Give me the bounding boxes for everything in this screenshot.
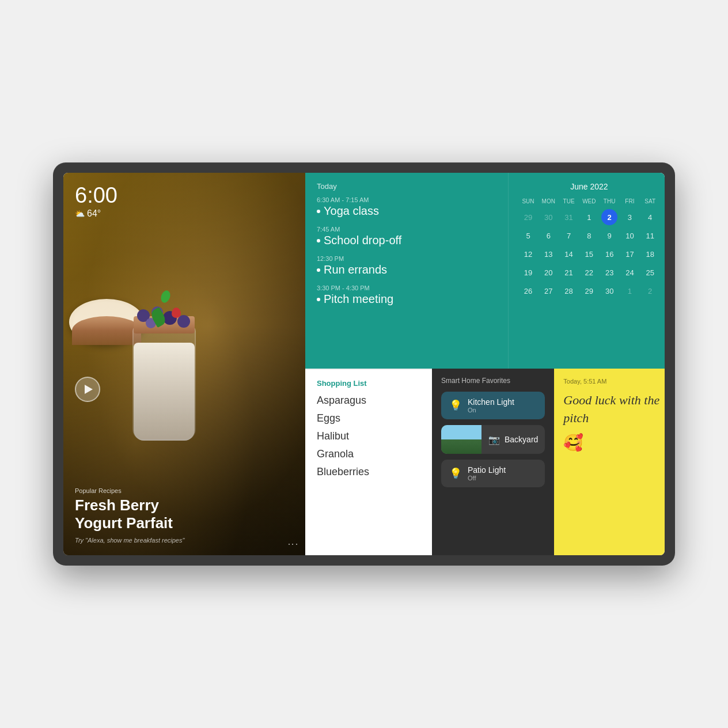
recipe-label: Popular Recipes [75, 487, 294, 494]
cal-day[interactable]: 5 [520, 227, 536, 244]
shopping-item-2[interactable]: Eggs [317, 412, 420, 424]
event-1-name: Yoga class [317, 204, 496, 218]
cal-row-2: 5 6 7 8 9 10 11 [518, 227, 660, 244]
kitchen-light-card[interactable]: 💡 Kitchen Light On [441, 392, 545, 419]
calendar-header: SUN MON TUE WED THU FRI SAT [518, 197, 660, 206]
top-row: Today 6:30 AM - 7:15 AM Yoga class 7:45 … [305, 173, 665, 369]
bottom-row: Shopping List Asparagus Eggs Halibut Gra… [305, 369, 665, 555]
cal-day[interactable]: 28 [561, 283, 577, 299]
shopping-item-4[interactable]: Granola [317, 448, 420, 460]
screen: 6:00 ⛅ 64° Popular Recipes Fresh BerryYo… [63, 173, 665, 555]
hero-panel: 6:00 ⛅ 64° Popular Recipes Fresh BerryYo… [63, 173, 305, 555]
cal-day[interactable]: 25 [642, 264, 658, 280]
calendar-grid: SUN MON TUE WED THU FRI SAT 29 30 31 [518, 197, 660, 299]
play-icon [85, 385, 93, 394]
event-2[interactable]: 7:45 AM School drop-off [317, 226, 496, 247]
cal-day[interactable]: 31 [561, 209, 577, 225]
kitchen-light-status: On [468, 407, 537, 414]
event-2-name: School drop-off [317, 234, 496, 247]
shopping-item-5[interactable]: Blueberries [317, 466, 420, 478]
light-icon: 💡 [449, 467, 462, 480]
event-4[interactable]: 3:30 PM - 4:30 PM Pitch meeting [317, 285, 496, 306]
schedule-panel: Today 6:30 AM - 7:15 AM Yoga class 7:45 … [305, 173, 508, 369]
cal-day[interactable]: 3 [621, 209, 638, 225]
cal-day[interactable]: 21 [561, 264, 577, 280]
kitchen-light-name: Kitchen Light [468, 397, 537, 407]
note-panel: Today, 5:51 AM Good luck with the pitch … [554, 369, 665, 555]
note-emoji: 🥰 [563, 433, 660, 452]
backyard-camera-card[interactable]: 📷 Backyard [441, 425, 545, 454]
cal-day[interactable]: 27 [540, 283, 556, 299]
cal-day[interactable]: 1 [621, 283, 638, 299]
event-3[interactable]: 12:30 PM Run errands [317, 255, 496, 276]
cal-day[interactable]: 30 [540, 209, 556, 225]
cal-day[interactable]: 2 [642, 283, 658, 299]
shopping-item-1[interactable]: Asparagus [317, 395, 420, 407]
shopping-item-3[interactable]: Halibut [317, 430, 420, 442]
cal-day[interactable]: 11 [642, 227, 658, 244]
cal-day[interactable]: 22 [581, 264, 597, 280]
cal-day[interactable]: 14 [561, 246, 577, 262]
calendar-month: June 2022 [518, 182, 660, 191]
cal-day[interactable]: 29 [581, 283, 597, 299]
cal-day[interactable]: 26 [520, 283, 536, 299]
note-text: Good luck with the pitch [563, 392, 660, 427]
clock-display: 6:00 [75, 184, 117, 206]
cal-day[interactable]: 7 [561, 227, 577, 244]
shopping-panel: Shopping List Asparagus Eggs Halibut Gra… [305, 369, 432, 555]
cal-day[interactable]: 10 [621, 227, 638, 244]
cal-day[interactable]: 4 [642, 209, 658, 225]
recipe-title: Fresh BerryYogurt Parfait [75, 496, 294, 532]
schedule-title: Today [317, 182, 496, 191]
backyard-label: 📷 Backyard [481, 425, 545, 454]
cal-row-3: 12 13 14 15 16 17 18 [518, 246, 660, 262]
event-2-time: 7:45 AM [317, 226, 496, 233]
cal-day[interactable]: 17 [621, 246, 638, 262]
event-dot-icon [317, 298, 320, 301]
weather-display: ⛅ 64° [75, 208, 117, 219]
event-dot-icon [317, 210, 320, 213]
cal-day[interactable]: 6 [540, 227, 556, 244]
event-1-time: 6:30 AM - 7:15 AM [317, 196, 496, 203]
cal-day[interactable]: 12 [520, 246, 536, 262]
cal-day[interactable]: 1 [581, 209, 597, 225]
cal-day[interactable]: 24 [621, 264, 638, 280]
cal-day[interactable]: 13 [540, 246, 556, 262]
cal-day[interactable]: 29 [520, 209, 536, 225]
cal-row-1: 29 30 31 1 2 3 4 [518, 209, 660, 225]
cal-day[interactable]: 9 [601, 227, 617, 244]
patio-light-card[interactable]: 💡 Patio Light Off [441, 460, 545, 487]
cal-row-5: 26 27 28 29 30 1 2 [518, 283, 660, 299]
cal-day[interactable]: 15 [581, 246, 597, 262]
cal-day[interactable]: 16 [601, 246, 617, 262]
cal-day-today[interactable]: 2 [601, 209, 617, 225]
camera-icon: 📷 [488, 434, 500, 445]
event-4-name: Pitch meeting [317, 293, 496, 306]
backyard-thumbnail [441, 425, 481, 454]
cal-day[interactable]: 19 [520, 264, 536, 280]
calendar-panel: June 2022 SUN MON TUE WED THU FRI SAT [508, 173, 665, 369]
weather-icon: ⛅ [75, 209, 85, 218]
cal-row-4: 19 20 21 22 23 24 25 [518, 264, 660, 280]
kitchen-light-info: Kitchen Light On [468, 397, 537, 414]
recipe-hint: Try "Alexa, show me breakfast recipes" [75, 537, 294, 544]
note-timestamp: Today, 5:51 AM [563, 378, 660, 385]
shopping-title: Shopping List [317, 379, 420, 388]
cal-day[interactable]: 18 [642, 246, 658, 262]
smarthome-panel: Smart Home Favorites 💡 Kitchen Light On [432, 369, 554, 555]
cal-day[interactable]: 8 [581, 227, 597, 244]
event-dot-icon [317, 268, 320, 272]
patio-light-info: Patio Light Off [468, 465, 537, 481]
backyard-name: Backyard [505, 435, 538, 444]
more-options-icon[interactable]: ⋮ [287, 539, 299, 549]
cal-day[interactable]: 30 [601, 283, 617, 299]
light-icon: 💡 [449, 399, 462, 412]
patio-light-status: Off [468, 475, 537, 481]
event-1[interactable]: 6:30 AM - 7:15 AM Yoga class [317, 196, 496, 218]
event-dot-icon [317, 239, 320, 242]
cal-day[interactable]: 20 [540, 264, 556, 280]
event-3-time: 12:30 PM [317, 255, 496, 262]
hero-top: 6:00 ⛅ 64° [75, 184, 117, 219]
recipe-info: Popular Recipes Fresh BerryYogurt Parfai… [75, 487, 294, 544]
cal-day[interactable]: 23 [601, 264, 617, 280]
